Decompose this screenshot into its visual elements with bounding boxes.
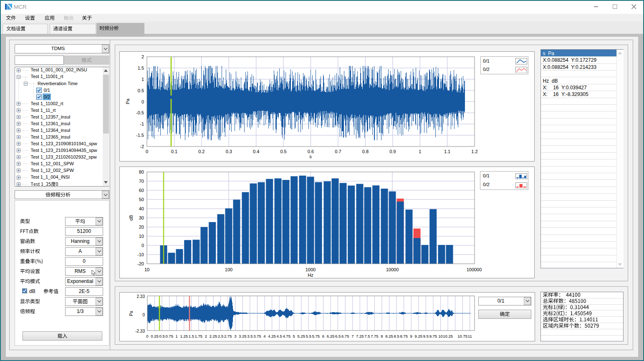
- svg-text:11: 11: [468, 334, 472, 338]
- svg-text:-1.5: -1.5: [136, 133, 144, 138]
- svg-text:8.75: 8.75: [400, 334, 408, 338]
- svg-text:4: 4: [263, 334, 265, 338]
- svg-text:80: 80: [139, 169, 144, 174]
- svg-text:2: 2: [205, 334, 207, 338]
- svg-text:100000: 100000: [467, 267, 482, 272]
- svg-text:5.75: 5.75: [312, 334, 320, 338]
- svg-text:0: 0: [146, 334, 148, 338]
- svg-text:0: 0: [142, 313, 145, 317]
- svg-text:5.5: 5.5: [306, 334, 311, 338]
- svg-text:8: 8: [381, 334, 383, 338]
- svg-text:40: 40: [139, 206, 144, 211]
- svg-text:-2.33: -2.33: [135, 329, 145, 333]
- svg-text:3.75: 3.75: [253, 334, 261, 338]
- svg-text:10.75: 10.75: [457, 334, 467, 338]
- svg-text:1000: 1000: [306, 267, 316, 272]
- svg-text:0.3: 0.3: [226, 149, 232, 154]
- svg-text:7.25: 7.25: [356, 334, 364, 338]
- svg-text:6: 6: [322, 334, 324, 338]
- svg-text:70: 70: [139, 179, 144, 184]
- svg-text:10: 10: [438, 334, 443, 338]
- svg-text:0.5: 0.5: [138, 88, 144, 93]
- svg-text:5.25: 5.25: [298, 334, 306, 338]
- svg-text:1.75: 1.75: [195, 334, 203, 338]
- svg-text:5: 5: [293, 334, 295, 338]
- svg-text:0.8: 0.8: [362, 149, 369, 154]
- svg-text:0.2: 0.2: [198, 149, 205, 154]
- svg-text:-20: -20: [137, 261, 144, 266]
- svg-text:1: 1: [419, 149, 421, 154]
- svg-text:0.6: 0.6: [308, 149, 314, 154]
- svg-text:1.5: 1.5: [138, 66, 144, 71]
- svg-text:0: 0: [141, 99, 144, 104]
- svg-text:10000: 10000: [386, 267, 399, 272]
- svg-text:8.5: 8.5: [394, 334, 399, 338]
- svg-text:3.25: 3.25: [239, 334, 247, 338]
- svg-text:50: 50: [139, 197, 144, 202]
- svg-text:3: 3: [234, 334, 236, 338]
- svg-text:2.75: 2.75: [224, 334, 232, 338]
- svg-text:10.25: 10.25: [443, 334, 453, 338]
- svg-text:2.33: 2.33: [137, 294, 145, 299]
- svg-text:9.75: 9.75: [429, 334, 437, 338]
- svg-text:Pa: Pa: [125, 98, 130, 104]
- svg-text:0.9: 0.9: [389, 149, 396, 154]
- svg-text:0.4: 0.4: [253, 149, 259, 154]
- svg-text:10: 10: [144, 267, 149, 272]
- svg-text:0.5: 0.5: [159, 334, 164, 338]
- svg-text:-0.5: -0.5: [136, 110, 144, 115]
- svg-text:1.1: 1.1: [444, 149, 450, 154]
- svg-text:6.5: 6.5: [335, 334, 341, 338]
- svg-text:8.25: 8.25: [385, 334, 393, 338]
- svg-text:9.25: 9.25: [415, 334, 423, 338]
- svg-text:0.5: 0.5: [280, 149, 286, 154]
- svg-text:1: 1: [141, 77, 144, 82]
- svg-text:Pa: Pa: [129, 311, 134, 316]
- svg-text:2: 2: [141, 54, 144, 59]
- svg-text:6.75: 6.75: [341, 334, 349, 338]
- svg-text:dB: dB: [129, 215, 134, 220]
- svg-text:3.5: 3.5: [247, 334, 253, 338]
- svg-text:-2: -2: [140, 144, 144, 149]
- svg-text:1.5: 1.5: [189, 334, 194, 338]
- svg-text:Hz: Hz: [308, 273, 313, 278]
- svg-text:0.25: 0.25: [151, 334, 159, 338]
- svg-text:7.5: 7.5: [364, 334, 370, 338]
- svg-text:20: 20: [139, 225, 144, 230]
- svg-text:6.25: 6.25: [327, 334, 335, 338]
- svg-text:100: 100: [225, 267, 232, 272]
- svg-text:4.5: 4.5: [276, 334, 282, 338]
- svg-text:0: 0: [146, 149, 148, 154]
- svg-text:0.75: 0.75: [165, 334, 173, 338]
- svg-text:4.25: 4.25: [268, 334, 276, 338]
- svg-text:9: 9: [410, 334, 412, 338]
- svg-text:0: 0: [141, 243, 144, 248]
- svg-text:2.5: 2.5: [218, 334, 223, 338]
- svg-text:60: 60: [139, 188, 144, 193]
- svg-text:-10: -10: [137, 252, 144, 257]
- svg-text:30: 30: [139, 215, 144, 220]
- svg-text:0.1: 0.1: [171, 149, 177, 154]
- svg-text:-1: -1: [140, 121, 144, 126]
- svg-text:0.7: 0.7: [335, 149, 341, 154]
- svg-text:4.75: 4.75: [283, 334, 290, 338]
- svg-text:10: 10: [139, 234, 144, 239]
- svg-text:7: 7: [351, 334, 354, 338]
- svg-text:2.25: 2.25: [210, 334, 217, 338]
- svg-text:1.25: 1.25: [180, 334, 188, 338]
- svg-text:7.75: 7.75: [371, 334, 379, 338]
- svg-text:s: s: [309, 154, 312, 159]
- svg-text:1: 1: [176, 334, 178, 338]
- svg-text:1.2: 1.2: [471, 149, 477, 154]
- svg-text:9.5: 9.5: [423, 334, 429, 338]
